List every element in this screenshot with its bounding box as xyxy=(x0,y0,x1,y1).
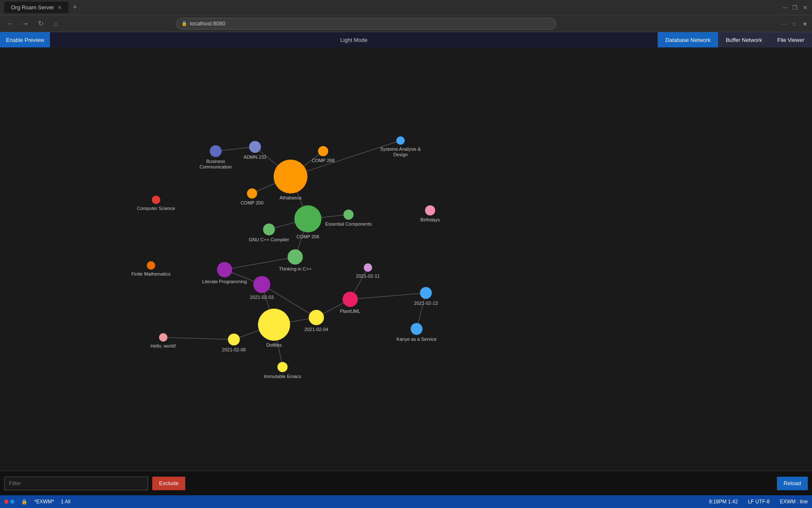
new-tab-button[interactable]: + xyxy=(73,3,77,12)
node-date-2021-02-03[interactable]: 2021-02-03 xyxy=(250,276,274,300)
node-label-date-2021-02-04: 2021-02-04 xyxy=(304,327,328,332)
network-svg: BusinessCommunicationADMN 233COMP 268Ath… xyxy=(0,47,812,416)
node-circle-systems[interactable] xyxy=(396,136,405,145)
node-circle-computer-science[interactable] xyxy=(152,196,160,204)
close-icon[interactable]: ✕ xyxy=(803,4,808,11)
browser-tab[interactable]: Org Roam Server ✕ xyxy=(4,2,69,13)
forward-button[interactable]: → xyxy=(19,20,31,28)
node-circle-kanye[interactable] xyxy=(411,323,422,335)
node-plantuml[interactable]: PlantUML xyxy=(340,292,360,314)
node-business-comm[interactable]: BusinessCommunication xyxy=(200,145,232,169)
node-label-date-2021-02-08: 2021-02-08 xyxy=(222,347,246,352)
more-menu-icon[interactable]: ··· xyxy=(782,20,787,27)
node-immutable-emacs[interactable]: Immutable Emacs xyxy=(264,362,302,379)
node-finite-math[interactable]: Finite Mathematics xyxy=(132,261,171,276)
status-time: 8:18PM 1.42 xyxy=(709,499,738,505)
node-circle-comp200[interactable] xyxy=(247,188,257,199)
status-encoding: LF UTF-8 xyxy=(748,499,770,505)
node-label-admn233: ADMN 233 xyxy=(244,155,266,160)
node-circle-literate-prog[interactable] xyxy=(217,262,232,277)
wm-label: *EXWM* xyxy=(34,499,54,505)
network-area: BusinessCommunicationADMN 233COMP 268Ath… xyxy=(0,47,812,416)
node-systems[interactable]: Systems Analysis &Design xyxy=(380,136,421,157)
reload-button[interactable]: Reload xyxy=(777,477,808,490)
bookmark-icon[interactable]: ☆ xyxy=(792,20,797,27)
node-circle-comp206[interactable] xyxy=(294,205,321,232)
node-label-hello-world: Hello, world! xyxy=(151,343,176,348)
status-mode: EXWM : line xyxy=(780,499,808,505)
browser-toolbar: ← → ↻ ⌂ 🔒 localhost:8080 ··· ☆ ★ xyxy=(0,15,812,32)
node-label-comp268: COMP 268 xyxy=(312,158,335,163)
node-circle-hello-world[interactable] xyxy=(159,333,167,342)
node-essential[interactable]: Essential Components xyxy=(325,210,372,226)
app-header: Enable Preview Light Mode Database Netwo… xyxy=(0,32,812,47)
node-circle-finite-math[interactable] xyxy=(147,261,155,270)
node-circle-essential[interactable] xyxy=(343,210,354,220)
back-button[interactable]: ← xyxy=(4,20,16,28)
node-circle-birthdays[interactable] xyxy=(425,205,435,215)
node-thinking-cpp[interactable]: Thinking in C++ xyxy=(279,249,311,271)
maximize-icon[interactable]: ❐ xyxy=(792,4,798,11)
nav-tabs: Database Network Buffer Network File Vie… xyxy=(658,32,812,47)
exclude-button[interactable]: Exclude xyxy=(152,477,185,490)
node-label-thinking-cpp: Thinking in C++ xyxy=(279,266,311,271)
node-date-2021-02-13[interactable]: 2021-02-13 xyxy=(414,287,438,306)
node-computer-science[interactable]: Computer Science xyxy=(137,196,176,211)
node-athabasca[interactable]: Athabasca xyxy=(274,160,307,200)
node-comp268[interactable]: COMP 268 xyxy=(312,146,335,163)
toolbar-right: ··· ☆ ★ xyxy=(782,20,808,27)
node-hello-world[interactable]: Hello, world! xyxy=(151,333,176,348)
tab-file-viewer[interactable]: File Viewer xyxy=(770,32,812,47)
network-edge xyxy=(291,141,401,177)
node-circle-gnu-cpp[interactable] xyxy=(263,224,275,235)
node-birthdays[interactable]: Birthdays xyxy=(420,205,440,222)
enable-preview-button[interactable]: Enable Preview xyxy=(0,32,50,47)
tab-close-icon[interactable]: ✕ xyxy=(58,5,62,11)
tab-database-network[interactable]: Database Network xyxy=(658,32,718,47)
node-circle-plantuml[interactable] xyxy=(343,292,358,307)
node-circle-thinking-cpp[interactable] xyxy=(288,249,303,265)
browser-titlebar: Org Roam Server ✕ + ─ ❐ ✕ xyxy=(0,0,812,15)
lock-status-icon: 🔒 xyxy=(21,499,27,505)
minimize-icon[interactable]: ─ xyxy=(783,4,787,11)
window-controls: ─ ❐ ✕ xyxy=(783,4,808,11)
node-circle-athabasca[interactable] xyxy=(274,160,307,193)
filter-input[interactable] xyxy=(4,477,148,490)
node-label-date-2021-02-13: 2021-02-13 xyxy=(414,301,438,306)
node-gnu-cpp[interactable]: GNU C++ Compiler xyxy=(249,224,289,242)
node-label-date-2021-02-11: 2021-02-11 xyxy=(356,273,380,279)
node-literate-prog[interactable]: Literate Programming xyxy=(202,262,247,284)
node-circle-admn233[interactable] xyxy=(249,141,261,153)
star-icon[interactable]: ★ xyxy=(802,20,808,27)
node-label-date-2021-02-03: 2021-02-03 xyxy=(250,295,274,300)
node-circle-date-2021-02-08[interactable] xyxy=(228,334,240,345)
node-circle-dotfiles[interactable] xyxy=(258,309,290,341)
node-label-computer-science: Computer Science xyxy=(137,206,176,211)
node-comp206[interactable]: COMP 206 xyxy=(294,205,321,239)
node-date-2021-02-11[interactable]: 2021-02-11 xyxy=(356,263,380,279)
node-circle-date-2021-02-03[interactable] xyxy=(253,276,270,293)
node-label-athabasca: Athabasca xyxy=(280,195,302,200)
node-label-dotfiles: Dotfiles xyxy=(266,342,282,348)
node-circle-date-2021-02-04[interactable] xyxy=(309,310,324,325)
status-items: 8:18PM 1.42 LF UTF-8 EXWM : line xyxy=(709,499,808,505)
url-display: localhost:8080 xyxy=(190,20,225,27)
node-circle-date-2021-02-13[interactable] xyxy=(420,287,432,299)
address-bar[interactable]: 🔒 localhost:8080 xyxy=(176,18,557,30)
node-circle-business-comm[interactable] xyxy=(210,145,222,157)
dot-red xyxy=(4,500,8,504)
refresh-button[interactable]: ↻ xyxy=(35,19,47,28)
node-circle-immutable-emacs[interactable] xyxy=(277,362,288,372)
node-label-finite-math: Finite Mathematics xyxy=(132,271,171,276)
node-circle-comp268[interactable] xyxy=(318,146,328,156)
node-dotfiles[interactable]: Dotfiles xyxy=(258,309,290,348)
home-button[interactable]: ⌂ xyxy=(50,20,62,28)
node-admn233[interactable]: ADMN 233 xyxy=(244,141,266,160)
tab-buffer-network[interactable]: Buffer Network xyxy=(718,32,770,47)
desktop-label: 1 All xyxy=(61,499,71,505)
tab-title: Org Roam Server xyxy=(11,4,54,11)
node-circle-date-2021-02-11[interactable] xyxy=(364,263,372,272)
filter-bar: Exclude Reload xyxy=(0,471,812,495)
node-kanye[interactable]: Kanye as a Service xyxy=(397,323,437,342)
node-comp200[interactable]: COMP 200 xyxy=(241,188,263,205)
